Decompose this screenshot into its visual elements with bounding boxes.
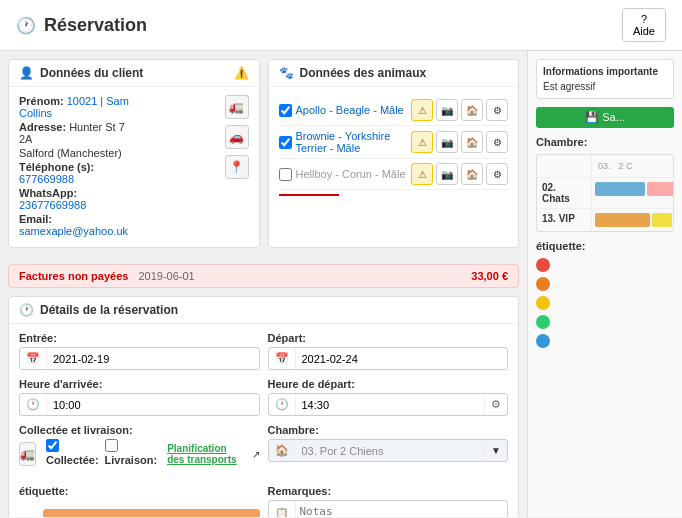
- animal-checkbox-1[interactable]: [279, 104, 292, 117]
- animal-photo-3[interactable]: 📷: [436, 163, 458, 185]
- entree-label: Entrée:: [19, 332, 260, 344]
- city-value: Salford (Manchester): [19, 147, 122, 159]
- collecte-checkboxes: 🚛 Collectée: Livraison: Planification de…: [19, 439, 260, 469]
- chambre-section: Chambre: 03. 2 C 02. Chats: [536, 136, 674, 232]
- animal-row: Brownie - Yorkshire Terrier - Mâle ⚠ 📷 🏠…: [279, 126, 509, 159]
- heure-depart-input[interactable]: [296, 395, 485, 415]
- entree-group: Entrée: 📅: [19, 332, 260, 370]
- heure-arrivee-label: Heure d'arrivée:: [19, 378, 260, 390]
- cal-label-chats: 02. Chats: [537, 178, 592, 208]
- etiquette-dot-red[interactable]: [536, 258, 550, 272]
- animals-red-indicator: [279, 194, 339, 196]
- etiquette-dot-green[interactable]: [536, 315, 550, 329]
- etiquette-bar[interactable]: [43, 509, 260, 517]
- animal-gear-1[interactable]: ⚙: [486, 99, 508, 121]
- collectee-checkbox[interactable]: [46, 439, 59, 452]
- collecte-chambre-row: Collectée et livraison: 🚛 Collectée: Liv…: [19, 424, 508, 477]
- hours-row: Heure d'arrivée: 🕐 Heure de départ: 🕐 ⚙: [19, 378, 508, 416]
- help-button[interactable]: ? Aide: [622, 8, 666, 42]
- save-label: Sa...: [602, 111, 625, 123]
- etiquette-dot-yellow[interactable]: [536, 296, 550, 310]
- page-title: 🕐 Réservation: [16, 15, 147, 36]
- reservation-card-header: 🕐 Détails de la réservation: [9, 297, 518, 324]
- animal-checkbox-2[interactable]: [279, 136, 292, 149]
- livraison-label: Livraison:: [105, 454, 158, 466]
- animal-warning-3[interactable]: ⚠: [411, 163, 433, 185]
- chambre-input[interactable]: [296, 441, 485, 461]
- heure-depart-label: Heure de départ:: [268, 378, 509, 390]
- col-header-2: 2 C: [616, 159, 636, 173]
- animal-checkbox-3[interactable]: [279, 168, 292, 181]
- animal-actions-3: ⚠ 📷 🏠 ⚙: [411, 163, 508, 185]
- remarques-textarea[interactable]: [296, 501, 508, 517]
- client-car-icon[interactable]: 🚗: [225, 125, 249, 149]
- etiquette-dot-blue[interactable]: [536, 334, 550, 348]
- calendar-icon-1: 📅: [20, 348, 47, 369]
- clock-icon-right[interactable]: ⚙: [484, 394, 507, 415]
- animal-warning-2[interactable]: ⚠: [411, 131, 433, 153]
- home-icon: 🏠: [269, 440, 296, 461]
- chambre-select: 🏠 ▼: [268, 439, 509, 462]
- collecte-truck-icon[interactable]: 🚛: [19, 442, 36, 466]
- collecte-group: Collectée et livraison: 🚛 Collectée: Liv…: [19, 424, 260, 477]
- clock-icon-1: 🕐: [20, 394, 47, 415]
- cal-label-vip: 13. VIP: [537, 209, 592, 231]
- whatsapp-link[interactable]: 23677669988: [19, 199, 86, 211]
- animal-row: Apollo - Beagle - Mâle ⚠ 📷 🏠 ⚙: [279, 95, 509, 126]
- client-card: 👤 Données du client ⚠️ Prénom: 10021 | S…: [8, 59, 260, 248]
- client-icons: 🚛 🚗 📍: [138, 95, 249, 239]
- client-truck-icon[interactable]: 🚛: [225, 95, 249, 119]
- animal-info-2[interactable]: 🏠: [461, 131, 483, 153]
- cal-bar-vip-orange: [595, 213, 650, 227]
- remarks-field: Remarques: 📋: [268, 485, 509, 517]
- question-icon: ?: [641, 13, 647, 25]
- etiquette-dots: [536, 258, 674, 348]
- title-text: Réservation: [44, 15, 147, 36]
- client-card-body: Prénom: 10021 | Sam Collins Adresse: Hun…: [9, 87, 259, 247]
- animal-info-3[interactable]: 🏠: [461, 163, 483, 185]
- collecte-label: Collectée et livraison:: [19, 424, 260, 436]
- remarques-label: Remarques:: [268, 485, 509, 497]
- chambre-dropdown-arrow[interactable]: ▼: [484, 441, 507, 460]
- animal-actions-1: ⚠ 📷 🏠 ⚙: [411, 99, 508, 121]
- email-link[interactable]: samexaple@yahoo.uk: [19, 225, 128, 237]
- heure-arrivee-input[interactable]: [47, 395, 259, 415]
- info-importante-title: Informations importante: [543, 66, 667, 77]
- animal-info-1[interactable]: 🏠: [461, 99, 483, 121]
- left-panel: 👤 Données du client ⚠️ Prénom: 10021 | S…: [0, 51, 527, 517]
- animal-gear-3[interactable]: ⚙: [486, 163, 508, 185]
- animal-actions-2: ⚠ 📷 🏠 ⚙: [411, 131, 508, 153]
- collectee-label: Collectée:: [46, 454, 99, 466]
- user-icon: 👤: [19, 66, 34, 80]
- animal-gear-2[interactable]: ⚙: [486, 131, 508, 153]
- depart-group: Départ: 📅: [268, 332, 509, 370]
- adresse-row: Adresse: Hunter St 7 2A: [19, 121, 130, 145]
- etiquette-section-title: étiquette:: [536, 240, 674, 252]
- right-panel: Informations importante Est agressif 💾 S…: [527, 51, 682, 517]
- telephone-row: Téléphone (s): 677669988: [19, 161, 130, 185]
- email-row: Email: samexaple@yahoo.uk: [19, 213, 130, 237]
- animal-photo-1[interactable]: 📷: [436, 99, 458, 121]
- telephone-link[interactable]: 677669988: [19, 173, 74, 185]
- unpaid-amount: 33,00 €: [471, 270, 508, 282]
- depart-label: Départ:: [268, 332, 509, 344]
- chambre-section-title: Chambre:: [536, 136, 674, 148]
- entree-input[interactable]: [47, 349, 259, 369]
- depart-input[interactable]: [296, 349, 508, 369]
- livraison-checkbox[interactable]: [105, 439, 118, 452]
- animals-list: Apollo - Beagle - Mâle ⚠ 📷 🏠 ⚙ Brownie -…: [269, 87, 519, 204]
- animal-name-3: Hellboy - Corun - Mâle: [296, 168, 408, 180]
- save-icon: 💾: [585, 111, 599, 123]
- planning-link[interactable]: Planification des transports: [167, 443, 245, 465]
- etiquette-field: étiquette: ▼: [19, 485, 260, 517]
- client-location-icon[interactable]: 📍: [225, 155, 249, 179]
- animal-name-1: Apollo - Beagle - Mâle: [296, 104, 408, 116]
- chambre-group: Chambre: 🏠 ▼: [268, 424, 509, 477]
- reservation-clock-icon: 🕐: [19, 303, 34, 317]
- cal-bar-vip-yellow: [652, 213, 672, 227]
- etiquette-dot-orange[interactable]: [536, 277, 550, 291]
- reservation-title: Détails de la réservation: [40, 303, 178, 317]
- save-button[interactable]: 💾 Sa...: [536, 107, 674, 128]
- animal-warning-1[interactable]: ⚠: [411, 99, 433, 121]
- animal-photo-2[interactable]: 📷: [436, 131, 458, 153]
